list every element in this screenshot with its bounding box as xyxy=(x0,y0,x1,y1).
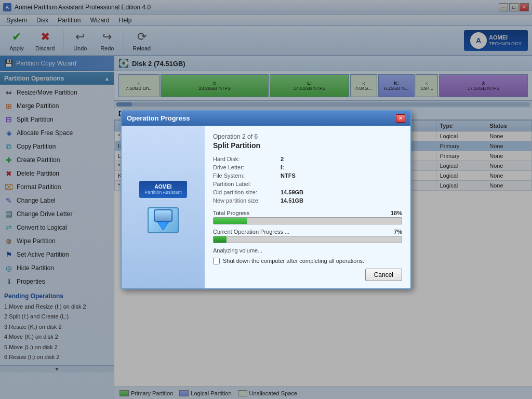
detail-row-driveletter: Drive Letter: I: xyxy=(213,163,402,171)
detail-harddisk-value: 2 xyxy=(281,156,284,162)
dialog-op-name: Split Partition xyxy=(213,141,402,150)
detail-newsize-label: New partition size: xyxy=(213,197,281,204)
detail-row-harddisk: Hard Disk: 2 xyxy=(213,155,402,163)
current-progress-fill xyxy=(214,236,227,243)
current-progress-label-row: Current Operation Progress ... 7% xyxy=(213,229,402,235)
dialog-close-button[interactable]: ✕ xyxy=(396,114,405,123)
cancel-btn-row: Cancel xyxy=(213,269,402,281)
total-progress-pct: 18% xyxy=(391,210,402,216)
svg-marker-2 xyxy=(157,222,169,230)
detail-row-newsize: New partition size: 14.51GB xyxy=(213,196,402,205)
detail-row-partlabel: Partition Label: xyxy=(213,180,402,188)
dialog-title-bar: Operation Progress ✕ xyxy=(122,111,410,126)
detail-filesystem-value: NTFS xyxy=(281,172,296,179)
dialog-aomei-logo: AOMEI Partition Assistant xyxy=(139,181,187,198)
detail-oldsize-value: 14.59GB xyxy=(281,189,303,195)
analyzing-text: Analyzing volume... xyxy=(213,247,402,254)
total-progress-label-row: Total Progress 18% xyxy=(213,210,402,216)
dialog-logo-line1: AOMEI xyxy=(144,184,182,190)
dialog-partition-icon xyxy=(148,207,179,233)
total-progress-track xyxy=(213,217,402,224)
shutdown-checkbox[interactable] xyxy=(213,258,220,264)
total-progress-label: Total Progress xyxy=(213,210,249,216)
detail-partlabel-label: Partition Label: xyxy=(213,181,281,187)
dialog-op-number: Operation 2 of 6 xyxy=(213,133,402,140)
detail-driveletter-value: I: xyxy=(281,164,284,170)
dialog-op-info: Operation 2 of 6 Split Partition xyxy=(213,133,402,150)
svg-rect-1 xyxy=(154,210,172,221)
detail-oldsize-label: Old partition size: xyxy=(213,189,281,195)
current-progress-pct: 7% xyxy=(394,229,402,235)
detail-row-filesystem: File System: NTFS xyxy=(213,171,402,180)
dialog-logo-line2: Partition Assistant xyxy=(144,190,182,195)
detail-filesystem-label: File System: xyxy=(213,172,281,179)
current-progress-track xyxy=(213,236,402,243)
dialog-title-text: Operation Progress xyxy=(127,114,190,122)
dialog-left-panel: AOMEI Partition Assistant xyxy=(122,126,205,288)
cancel-button[interactable]: Cancel xyxy=(365,269,402,281)
dialog-right-panel: Operation 2 of 6 Split Partition Hard Di… xyxy=(205,126,410,288)
shutdown-row: Shut down the computer after completing … xyxy=(213,258,402,264)
total-progress-fill xyxy=(214,218,247,224)
current-progress-label: Current Operation Progress ... xyxy=(213,229,289,235)
operation-progress-dialog: Operation Progress ✕ AOMEI Partition Ass… xyxy=(121,110,411,289)
shutdown-label: Shut down the computer after completing … xyxy=(223,258,364,264)
partition-down-icon xyxy=(150,207,176,233)
detail-newsize-value: 14.51GB xyxy=(281,197,303,204)
dialog-body: AOMEI Partition Assistant xyxy=(122,126,410,288)
detail-row-oldsize: Old partition size: 14.59GB xyxy=(213,188,402,196)
total-progress-section: Total Progress 18% Current Operation Pro… xyxy=(213,210,402,243)
detail-driveletter-label: Drive Letter: xyxy=(213,164,281,170)
detail-harddisk-label: Hard Disk: xyxy=(213,156,281,162)
dialog-overlay: Operation Progress ✕ AOMEI Partition Ass… xyxy=(0,0,532,399)
